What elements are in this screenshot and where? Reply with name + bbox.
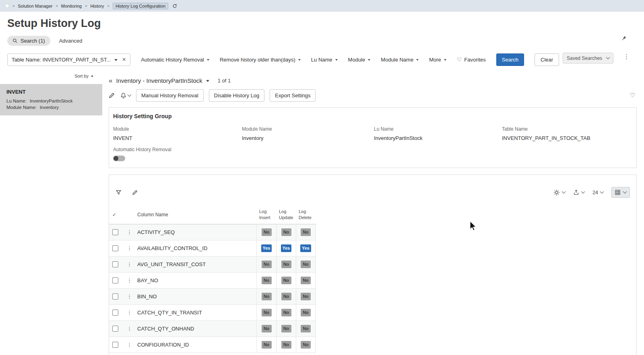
log-insert-badge[interactable]: No: [262, 325, 272, 332]
filter-dropdown-lu-name[interactable]: Lu Name: [311, 57, 338, 63]
log-insert-badge[interactable]: Yes: [261, 244, 272, 252]
row-checkbox[interactable]: [112, 326, 118, 332]
page-size-selector[interactable]: 24: [592, 190, 603, 195]
log-update-badge[interactable]: No: [281, 293, 291, 300]
disable-history-log-button[interactable]: Disable History Log: [209, 89, 265, 102]
manual-history-removal-button[interactable]: Manual History Removal: [136, 89, 204, 102]
log-delete-badge[interactable]: No: [301, 293, 311, 300]
favorites-button[interactable]: ♡ Favorites: [457, 56, 486, 63]
filter-dropdown-remove-history-older-than[interactable]: Remove history older than(days): [220, 57, 301, 63]
log-insert-badge[interactable]: No: [262, 277, 272, 284]
log-delete-badge[interactable]: No: [301, 325, 311, 332]
table-row: ⋮ CATCH_QTY_IN_TRANSIT No No No: [109, 305, 316, 321]
result-card-invent[interactable]: INVENT Lu Name: InventoryPartInStock Mod…: [0, 84, 102, 115]
automatic-history-removal-toggle[interactable]: [113, 156, 125, 161]
row-checkbox[interactable]: [112, 277, 118, 283]
export-settings-button[interactable]: Export Settings: [270, 89, 316, 102]
row-menu-icon[interactable]: ⋮: [127, 261, 132, 267]
filter-dropdown-module-name[interactable]: Module Name: [381, 57, 419, 63]
record-title-dropdown-icon[interactable]: [206, 80, 209, 82]
panel-title: History Setting Group: [113, 113, 631, 119]
page-size-value: 24: [592, 190, 598, 195]
row-menu-icon[interactable]: ⋮: [127, 277, 132, 283]
tab-advanced[interactable]: Advanced: [59, 38, 83, 44]
log-update-badge[interactable]: No: [281, 341, 291, 349]
clear-button[interactable]: Clear: [535, 53, 559, 66]
chevron-down-icon[interactable]: [114, 59, 118, 61]
log-delete-badge[interactable]: No: [301, 341, 311, 349]
lu-name-value: InventoryPartInStock: [30, 98, 73, 103]
log-insert-badge[interactable]: No: [262, 309, 272, 316]
tab-search-label: Search (1): [21, 38, 45, 44]
sort-by-control[interactable]: Sort by: [0, 70, 102, 78]
chevron-down-icon: [91, 76, 93, 77]
breadcrumb-item-history[interactable]: History: [90, 4, 104, 8]
column-name-cell: AVG_UNIT_TRANSIT_COST: [137, 257, 256, 272]
row-checkbox[interactable]: [112, 245, 118, 251]
row-checkbox[interactable]: [112, 342, 118, 348]
row-menu-icon[interactable]: ⋮: [127, 293, 132, 300]
header-log-delete[interactable]: Log Delete: [296, 209, 316, 221]
saved-searches-select[interactable]: Saved Searches: [563, 53, 613, 64]
log-delete-badge[interactable]: No: [301, 277, 311, 284]
log-insert-badge[interactable]: No: [262, 228, 272, 236]
log-update-badge[interactable]: No: [281, 228, 291, 236]
header-log-insert[interactable]: Log Insert: [256, 209, 276, 221]
row-checkbox[interactable]: [112, 293, 118, 300]
log-update-badge[interactable]: No: [281, 325, 291, 332]
field-table-name: Table Name INVENTORY_PART_IN_STOCK_TAB: [502, 126, 631, 141]
row-menu-icon[interactable]: ⋮: [127, 245, 132, 251]
row-menu-icon[interactable]: ⋮: [127, 326, 132, 332]
search-tabs: Search (1) Advanced: [7, 35, 644, 46]
row-menu-icon[interactable]: ⋮: [127, 310, 132, 316]
log-insert-badge[interactable]: No: [262, 341, 272, 349]
chevron-down-icon: [298, 59, 301, 61]
edit-icon[interactable]: [109, 92, 115, 98]
log-delete-badge[interactable]: No: [301, 228, 311, 236]
breadcrumb-item-history-log-configuration[interactable]: History Log Configuration: [113, 3, 168, 9]
row-checkbox[interactable]: [112, 261, 118, 267]
pin-icon[interactable]: [621, 35, 627, 41]
grid-settings-button[interactable]: [553, 189, 565, 196]
edit-grid-icon[interactable]: [132, 189, 138, 195]
export-button[interactable]: [573, 189, 584, 195]
chevron-down-icon: [207, 59, 209, 61]
filter-icon[interactable]: [116, 189, 122, 195]
breadcrumb-item-monitoring[interactable]: Monitoring: [61, 4, 82, 8]
row-checkbox[interactable]: [112, 229, 118, 235]
filter-dropdown-module[interactable]: Module: [348, 57, 371, 63]
row-menu-icon[interactable]: ⋮: [127, 342, 132, 348]
view-mode-button[interactable]: [611, 187, 630, 198]
log-delete-badge[interactable]: No: [301, 309, 311, 316]
table-view-icon: [615, 190, 620, 195]
heart-icon: ♡: [457, 56, 462, 63]
select-all-checkmark-icon[interactable]: ✓: [109, 212, 127, 218]
collapse-list-icon[interactable]: «: [109, 77, 112, 84]
remove-filter-icon[interactable]: ✕: [122, 57, 126, 62]
log-insert-badge[interactable]: No: [262, 293, 272, 300]
active-filter-chip[interactable]: Table Name: INVENTORY_PART_IN_ST... ✕: [7, 53, 130, 66]
header-log-update[interactable]: Log Update: [276, 209, 296, 221]
log-delete-badge[interactable]: Yes: [300, 244, 311, 252]
more-options-icon[interactable]: ⋮: [623, 53, 630, 60]
filter-dropdown-automatic-history-removal[interactable]: Automatic History Removal: [141, 57, 209, 63]
tab-search[interactable]: Search (1): [7, 36, 50, 46]
filter-dropdown-more[interactable]: More: [429, 57, 446, 63]
row-menu-icon[interactable]: ⋮: [127, 229, 132, 235]
favorite-record-icon[interactable]: ♡: [630, 92, 635, 99]
log-update-badge[interactable]: No: [281, 261, 291, 268]
log-insert-badge[interactable]: No: [262, 261, 272, 268]
log-update-badge[interactable]: No: [281, 309, 291, 316]
log-update-badge[interactable]: No: [281, 277, 291, 284]
search-icon: [12, 38, 18, 43]
row-checkbox[interactable]: [112, 310, 118, 316]
log-update-badge[interactable]: Yes: [281, 244, 292, 252]
notification-bell-button[interactable]: [120, 92, 131, 98]
breadcrumb-item-solution-manager[interactable]: Solution Manager: [18, 4, 52, 8]
refresh-icon[interactable]: [172, 4, 177, 8]
chevron-down-icon: [562, 190, 566, 194]
header-column-name[interactable]: Column Name: [137, 212, 256, 218]
log-delete-badge[interactable]: No: [301, 261, 311, 268]
app-logo-icon[interactable]: [5, 4, 9, 8]
search-button[interactable]: Search: [496, 53, 524, 66]
